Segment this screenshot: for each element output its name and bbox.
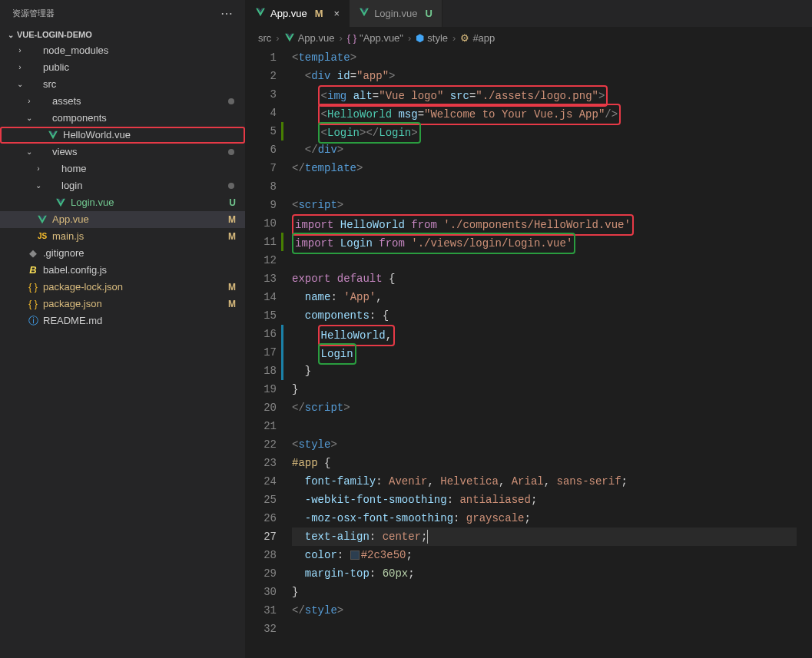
vue-file-icon bbox=[35, 214, 49, 225]
code-line[interactable] bbox=[292, 177, 797, 196]
tab-Login-vue[interactable]: Login.vueU bbox=[350, 0, 442, 27]
code-line[interactable]: </style> bbox=[292, 601, 797, 620]
tree-item-HelloWorld-vue[interactable]: HelloWorld.vue bbox=[0, 127, 245, 144]
code-line[interactable]: import Login from './views/login/Login.v… bbox=[292, 233, 797, 251]
code-content[interactable]: <template> <div id="app"> <img alt="Vue … bbox=[292, 48, 812, 658]
tree-item-label: node_modules bbox=[43, 42, 245, 59]
line-number: 23 bbox=[246, 454, 277, 472]
code-line[interactable]: <template> bbox=[292, 48, 797, 67]
tree-item-assets[interactable]: ›assets bbox=[0, 93, 245, 110]
line-number: 22 bbox=[246, 435, 277, 454]
code-line[interactable]: <Login></Login> bbox=[292, 122, 797, 141]
code-line[interactable]: font-family: Avenir, Helvetica, Arial, s… bbox=[292, 472, 797, 491]
code-line[interactable]: #app { bbox=[292, 454, 797, 472]
breadcrumb-segment[interactable]: { }"App.vue" bbox=[347, 32, 403, 44]
tree-item-components[interactable]: ⌄components bbox=[0, 110, 245, 127]
line-number: 19 bbox=[246, 380, 277, 398]
code-line[interactable]: name: 'App', bbox=[292, 288, 797, 306]
tree-item-label: views bbox=[52, 144, 228, 160]
breadcrumb[interactable]: src›App.vue›{ }"App.vue"›⬢style›⚙#app bbox=[246, 27, 812, 48]
tree-item-src[interactable]: ⌄src bbox=[0, 76, 245, 93]
breadcrumb-label: #app bbox=[472, 32, 495, 44]
code-line[interactable]: </script> bbox=[292, 398, 797, 417]
code-line[interactable]: margin-top: 60px; bbox=[292, 564, 797, 583]
json-file-icon: { } bbox=[26, 296, 40, 312]
braces-icon: { } bbox=[347, 32, 356, 44]
tree-item-main-js[interactable]: JSmain.jsM bbox=[0, 228, 245, 245]
tree-item-label: login bbox=[61, 177, 228, 194]
line-number: 6 bbox=[246, 141, 277, 159]
code-line[interactable]: <div id="app"> bbox=[292, 67, 797, 85]
tree-item-label: App.vue bbox=[52, 211, 228, 228]
change-marker-icon bbox=[281, 325, 283, 343]
sidebar-more-icon[interactable]: ⋯ bbox=[220, 6, 233, 21]
tree-item-label: src bbox=[43, 76, 245, 93]
code-editor[interactable]: 1234567891011121314151617181920212223242… bbox=[246, 48, 812, 658]
sidebar: 资源管理器 ⋯ ⌄ VUE-LOGIN-DEMO ›node_modules›p… bbox=[0, 0, 246, 658]
code-line[interactable]: import HelloWorld from './components/Hel… bbox=[292, 214, 797, 233]
code-line[interactable]: } bbox=[292, 380, 797, 398]
code-line[interactable]: </div> bbox=[292, 141, 797, 159]
code-line[interactable]: components: { bbox=[292, 306, 797, 325]
tree-item-label: README.md bbox=[43, 312, 245, 329]
git-status-badge: M bbox=[228, 228, 236, 245]
code-line[interactable]: <img alt="Vue logo" src="./assets/logo.p… bbox=[292, 85, 797, 104]
tree-item-App-vue[interactable]: App.vueM bbox=[0, 211, 245, 228]
code-line[interactable]: </template> bbox=[292, 159, 797, 177]
line-number: 28 bbox=[246, 546, 277, 564]
info-file-icon: ⓘ bbox=[26, 312, 40, 329]
tree-item-package-lock-json[interactable]: { }package-lock.jsonM bbox=[0, 279, 245, 296]
git-status-badge: M bbox=[228, 211, 236, 228]
line-number: 16 bbox=[246, 325, 277, 343]
line-number: 24 bbox=[246, 472, 277, 491]
vue-file-icon bbox=[54, 197, 68, 208]
line-number: 15 bbox=[246, 306, 277, 325]
tree-item--gitignore[interactable]: ◆.gitignore bbox=[0, 245, 245, 262]
breadcrumb-segment[interactable]: ⬢style bbox=[416, 32, 448, 44]
tree-item-package-json[interactable]: { }package.jsonM bbox=[0, 296, 245, 312]
tree-item-public[interactable]: ›public bbox=[0, 59, 245, 76]
color-swatch-icon[interactable] bbox=[350, 551, 360, 560]
git-status-badge: M bbox=[228, 279, 236, 296]
tab-App-vue[interactable]: App.vueM× bbox=[246, 0, 350, 27]
tree-item-home[interactable]: ›home bbox=[0, 160, 245, 177]
tree-item-login[interactable]: ⌄login bbox=[0, 177, 245, 194]
tree-item-label: .gitignore bbox=[43, 245, 245, 262]
code-line[interactable]: <script> bbox=[292, 196, 797, 214]
tree-item-babel-config-js[interactable]: Bbabel.config.js bbox=[0, 262, 245, 279]
code-line[interactable]: -webkit-font-smoothing: antialiased; bbox=[292, 491, 797, 509]
vue-file-icon bbox=[284, 32, 295, 43]
breadcrumb-segment[interactable]: ⚙#app bbox=[460, 32, 495, 44]
js-file-icon: JS bbox=[35, 228, 49, 245]
close-icon[interactable]: × bbox=[334, 8, 340, 19]
code-line[interactable]: } bbox=[292, 362, 797, 380]
change-marker-icon bbox=[281, 233, 283, 251]
code-line[interactable]: text-align: center; bbox=[292, 527, 797, 546]
css-icon: ⬢ bbox=[416, 32, 424, 44]
vue-file-icon bbox=[255, 7, 266, 20]
tree-item-Login-vue[interactable]: Login.vueU bbox=[0, 194, 245, 211]
code-line[interactable] bbox=[292, 417, 797, 435]
line-number: 8 bbox=[246, 177, 277, 196]
code-line[interactable]: export default { bbox=[292, 269, 797, 288]
breadcrumb-segment[interactable]: App.vue bbox=[284, 32, 335, 44]
code-line[interactable] bbox=[292, 251, 797, 269]
code-line[interactable]: -moz-osx-font-smoothing: grayscale; bbox=[292, 509, 797, 527]
breadcrumb-segment[interactable]: src bbox=[258, 32, 271, 44]
tree-item-README-md[interactable]: ⓘREADME.md bbox=[0, 312, 245, 329]
tree-item-node_modules[interactable]: ›node_modules bbox=[0, 42, 245, 59]
code-line[interactable]: <HelloWorld msg="Welcome to Your Vue.js … bbox=[292, 104, 797, 122]
code-line[interactable]: HelloWorld, bbox=[292, 325, 797, 343]
chevron-down-icon: ⌄ bbox=[23, 144, 35, 160]
code-line[interactable]: } bbox=[292, 583, 797, 601]
tree-item-label: main.js bbox=[52, 228, 228, 245]
project-header[interactable]: ⌄ VUE-LOGIN-DEMO bbox=[0, 27, 245, 42]
cursor-caret bbox=[427, 530, 428, 544]
tree-item-label: package-lock.json bbox=[43, 279, 228, 296]
code-line[interactable]: <style> bbox=[292, 435, 797, 454]
code-line[interactable] bbox=[292, 620, 797, 638]
code-line[interactable]: color: #2c3e50; bbox=[292, 546, 797, 564]
tree-item-views[interactable]: ⌄views bbox=[0, 144, 245, 160]
file-tree: ›node_modules›public⌄src›assets⌄componen… bbox=[0, 42, 245, 658]
code-line[interactable]: Login bbox=[292, 343, 797, 362]
